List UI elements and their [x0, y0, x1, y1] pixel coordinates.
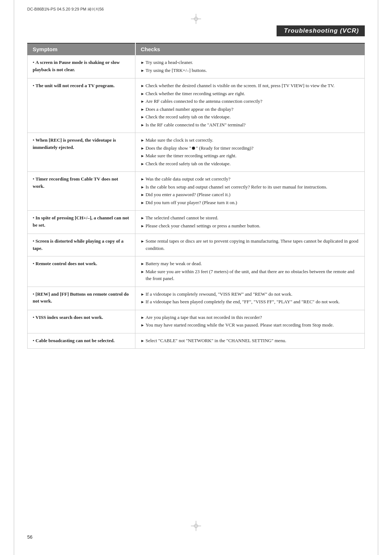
right-border	[378, 0, 378, 555]
symptom-bullet: • [REW] and [FF] Buttons on remote contr…	[33, 291, 129, 304]
symptom-cell: • VISS index search does not work.	[28, 310, 135, 333]
symptom-bullet: • When [REC] is pressed, the videotape i…	[33, 137, 116, 150]
checks-cell: Try using a head-cleaner.Try using the […	[135, 55, 365, 78]
symptom-bullet: • Screen is distorted while playing a co…	[33, 238, 123, 251]
crosshair-top	[191, 14, 201, 24]
symptom-cell: • A screen in Pause mode is shaking or s…	[28, 55, 135, 78]
checks-cell: Are you playing a tape that was not reco…	[135, 310, 365, 333]
check-item: Check whether the timer recording settin…	[140, 90, 359, 97]
check-item: If a videotape is completely rewound, "V…	[140, 291, 359, 298]
check-item: Does the display show "⏺" (Ready for tim…	[140, 145, 359, 152]
check-item: Make sure the clock is set correctly.	[140, 137, 359, 144]
checks-list: Battery may be weak or dead.Make sure yo…	[140, 260, 359, 282]
check-item: Make sure the timer recording settings a…	[140, 152, 359, 159]
troubleshoot-table: Symptom Checks • A screen in Pause mode …	[27, 43, 365, 349]
title-block: Troubleshooting (VCR)	[27, 25, 365, 36]
symptom-cell: • When [REC] is pressed, the videotape i…	[28, 133, 135, 172]
checks-list: Make sure the clock is set correctly.Doe…	[140, 137, 359, 167]
check-item: Check whether the desired channel is vis…	[140, 82, 359, 89]
check-item: Some rental tapes or discs are set to pr…	[140, 238, 359, 252]
check-item: Did you enter a password? (Please cancel…	[140, 191, 359, 198]
checks-list: Try using a head-cleaner.Try using the […	[140, 59, 359, 74]
symptom-bullet: • VISS index search does not work.	[33, 315, 103, 320]
check-item: Check the record safety tab on the video…	[140, 113, 359, 121]
check-item: Please check your channel settings or pr…	[140, 222, 359, 230]
check-item: Does a channel number appear on the disp…	[140, 106, 359, 113]
crosshair-bottom	[191, 521, 201, 532]
checks-list: Some rental tapes or discs are set to pr…	[140, 238, 359, 252]
content-area: Troubleshooting (VCR) Symptom Checks • A…	[27, 25, 365, 349]
checks-cell: Select "CABLE" not "NETWORK" in the "CHA…	[135, 333, 365, 349]
header-meta: DC-B86B1N-PS 04.5.20 9:29 PM 페이지56	[27, 7, 104, 12]
left-border	[14, 0, 14, 555]
checks-list: Are you playing a tape that was not reco…	[140, 314, 359, 329]
checks-list: Check whether the desired channel is vis…	[140, 82, 359, 128]
checks-cell: Make sure the clock is set correctly.Doe…	[135, 133, 365, 172]
symptom-bullet: • The unit will not record a TV program.	[33, 83, 115, 88]
table-row: • Timer recording from Cable TV does not…	[28, 172, 365, 211]
checks-cell: Some rental tapes or discs are set to pr…	[135, 234, 365, 256]
check-item: Battery may be weak or dead.	[140, 260, 359, 267]
page-title: Troubleshooting (VCR)	[277, 25, 365, 36]
check-item: Are you playing a tape that was not reco…	[140, 314, 359, 321]
checks-cell: Battery may be weak or dead.Make sure yo…	[135, 256, 365, 287]
symptom-cell: • Screen is distorted while playing a co…	[28, 234, 135, 256]
check-item: Try using the [TRK+/–] buttons.	[140, 67, 359, 74]
check-item: Did you turn off your player? (Please tu…	[140, 199, 359, 206]
check-item: Was the cable data output code set corre…	[140, 175, 359, 183]
check-item: You may have started recording while the…	[140, 321, 359, 329]
checks-list: Select "CABLE" not "NETWORK" in the "CHA…	[140, 337, 359, 344]
col-header-symptom: Symptom	[28, 43, 135, 55]
check-item: Try using a head-cleaner.	[140, 59, 359, 66]
symptom-bullet: • Timer recording from Cable TV does not…	[33, 176, 118, 189]
check-item: If a videotape has been played completel…	[140, 298, 359, 305]
check-item: Are RF cables connected to the antenna c…	[140, 98, 359, 105]
table-row: • When [REC] is pressed, the videotape i…	[28, 133, 365, 172]
col-header-checks: Checks	[135, 43, 365, 55]
table-row: • A screen in Pause mode is shaking or s…	[28, 55, 365, 78]
symptom-cell: • [REW] and [FF] Buttons on remote contr…	[28, 287, 135, 310]
checks-cell: Check whether the desired channel is vis…	[135, 78, 365, 133]
checks-list: The selected channel cannot be stored.Pl…	[140, 214, 359, 229]
symptom-cell: • Timer recording from Cable TV does not…	[28, 172, 135, 211]
symptom-cell: • The unit will not record a TV program.	[28, 78, 135, 133]
checks-list: Was the cable data output code set corre…	[140, 175, 359, 206]
check-item: Check the record safety tab on the video…	[140, 160, 359, 167]
checks-cell: The selected channel cannot be stored.Pl…	[135, 211, 365, 234]
checks-cell: Was the cable data output code set corre…	[135, 172, 365, 211]
checks-list: If a videotape is completely rewound, "V…	[140, 291, 359, 305]
check-item: Make sure you are within 23 feet (7 mete…	[140, 268, 359, 282]
symptom-cell: • In spite of pressing [CH+/–], a channe…	[28, 211, 135, 234]
table-row: • [REW] and [FF] Buttons on remote contr…	[28, 287, 365, 310]
symptom-bullet: • Remote control does not work.	[33, 261, 97, 266]
table-row: • The unit will not record a TV program.…	[28, 78, 365, 133]
title-text: Troubleshooting (VCR)	[284, 27, 359, 34]
checks-cell: If a videotape is completely rewound, "V…	[135, 287, 365, 310]
symptom-bullet: • A screen in Pause mode is shaking or s…	[33, 60, 120, 72]
symptom-cell: • Cable broadcasting can not be selected…	[28, 333, 135, 349]
table-row: • Screen is distorted while playing a co…	[28, 234, 365, 256]
check-item: Is the RF cable connected to the "ANT.IN…	[140, 121, 359, 129]
check-item: The selected channel cannot be stored.	[140, 214, 359, 222]
symptom-bullet: • In spite of pressing [CH+/–], a channe…	[33, 215, 129, 228]
table-row: • VISS index search does not work.Are yo…	[28, 310, 365, 333]
symptom-bullet: • Cable broadcasting can not be selected…	[33, 338, 115, 343]
check-item: Is the cable box setup and output channe…	[140, 183, 359, 191]
symptom-cell: • Remote control does not work.	[28, 256, 135, 287]
table-row: • In spite of pressing [CH+/–], a channe…	[28, 211, 365, 234]
table-row: • Cable broadcasting can not be selected…	[28, 333, 365, 349]
page-number: 56	[27, 534, 32, 540]
check-item: Select "CABLE" not "NETWORK" in the "CHA…	[140, 337, 359, 344]
table-row: • Remote control does not work.Battery m…	[28, 256, 365, 287]
